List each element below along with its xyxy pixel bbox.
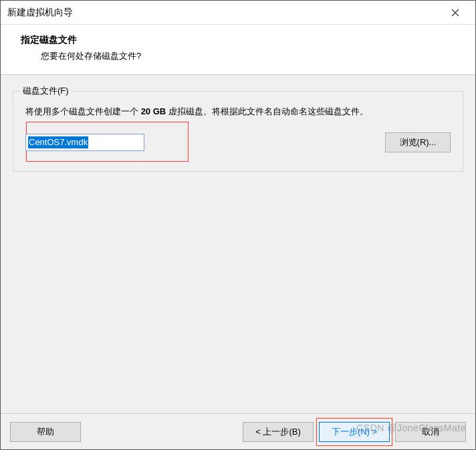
group-legend: 磁盘文件(F)	[20, 85, 72, 97]
cancel-button[interactable]: 取消	[395, 422, 466, 442]
back-button[interactable]: < 上一步(B)	[243, 422, 314, 442]
disk-file-input[interactable]	[25, 134, 144, 151]
footer: 帮助 < 上一步(B) 下一步(N) > 取消	[1, 413, 475, 449]
input-row: CentOS7.vmdk 浏览(R)...	[25, 132, 451, 152]
content-area: 磁盘文件(F) 将使用多个磁盘文件创建一个 20 GB 虚拟磁盘。将根据此文件名…	[1, 75, 475, 413]
titlebar: 新建虚拟机向导	[1, 1, 475, 25]
desc-post: 虚拟磁盘。将根据此文件名自动命名这些磁盘文件。	[166, 106, 368, 116]
wizard-header: 指定磁盘文件 您要在何处存储磁盘文件?	[1, 25, 475, 74]
wizard-window: 新建虚拟机向导 指定磁盘文件 您要在何处存储磁盘文件? 磁盘文件(F) 将使用多…	[0, 0, 476, 450]
page-subtitle: 您要在何处存储磁盘文件?	[21, 50, 455, 62]
close-icon[interactable]	[442, 3, 469, 23]
window-title: 新建虚拟机向导	[7, 7, 442, 19]
disk-file-group: 磁盘文件(F) 将使用多个磁盘文件创建一个 20 GB 虚拟磁盘。将根据此文件名…	[13, 91, 463, 172]
next-button-wrapper: 下一步(N) >	[319, 422, 390, 442]
description-text: 将使用多个磁盘文件创建一个 20 GB 虚拟磁盘。将根据此文件名自动命名这些磁盘…	[25, 104, 451, 119]
page-title: 指定磁盘文件	[21, 34, 455, 46]
input-wrapper: CentOS7.vmdk	[25, 134, 373, 151]
desc-size: 20 GB	[141, 106, 166, 116]
next-button[interactable]: 下一步(N) >	[319, 422, 390, 442]
desc-pre: 将使用多个磁盘文件创建一个	[25, 106, 141, 116]
help-button[interactable]: 帮助	[10, 422, 81, 442]
browse-button[interactable]: 浏览(R)...	[385, 132, 451, 152]
